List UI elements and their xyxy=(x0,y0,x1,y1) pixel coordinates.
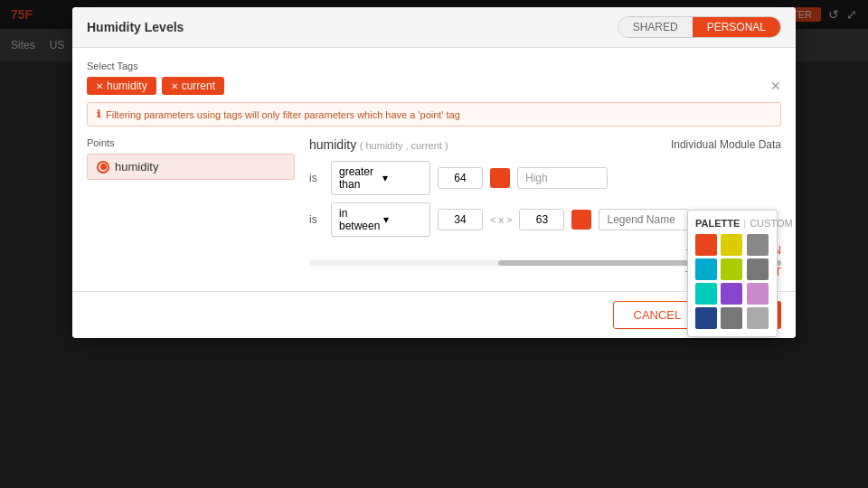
point-item-label: humidity xyxy=(115,160,158,174)
color-cell-9[interactable] xyxy=(695,307,717,329)
color-cell-6[interactable] xyxy=(695,283,717,305)
color-cell-10[interactable] xyxy=(721,307,742,329)
tag-label-humidity: humidity xyxy=(107,80,147,92)
condition-value-2a[interactable] xyxy=(438,209,483,230)
condition-value-1[interactable] xyxy=(438,167,483,189)
color-cell-1[interactable] xyxy=(721,234,742,256)
condition-operator-2-arrow: ▾ xyxy=(383,213,422,226)
condition-operator-1-label: greater than xyxy=(339,165,379,191)
color-cell-8[interactable] xyxy=(747,283,769,305)
color-cell-7[interactable] xyxy=(721,283,742,305)
condition-row-1: is greater than ▾ xyxy=(309,161,781,195)
condition-operator-2-label: in between xyxy=(339,207,380,232)
tag-remove-humidity[interactable]: ✕ xyxy=(96,81,103,91)
modal-title: Humidity Levels xyxy=(87,20,184,34)
color-cell-4[interactable] xyxy=(721,258,742,280)
condition-operator-1-arrow: ▾ xyxy=(382,172,422,184)
tag-label-current: current xyxy=(182,80,215,92)
condition-point-info: ( humidity , current ) xyxy=(360,140,448,151)
tags-label: Select Tags xyxy=(87,61,781,71)
cp-tab-custom[interactable]: CUSTOM xyxy=(750,218,792,229)
color-cell-2[interactable] xyxy=(747,234,769,256)
tags-section: Select Tags ✕ humidity ✕ current ✕ xyxy=(87,61,781,95)
tags-row: ✕ humidity ✕ current ✕ xyxy=(87,77,781,95)
legend-name-1[interactable] xyxy=(517,167,608,189)
modal-tabs: SHARED PERSONAL xyxy=(618,16,781,38)
point-radio-inner xyxy=(100,164,107,170)
main-content: Points humidity humidity ( humidity , cu… xyxy=(87,137,781,278)
cp-tab-palette[interactable]: PALETTE xyxy=(695,218,740,229)
color-picker-tabs: PALETTE | CUSTOM xyxy=(695,218,769,229)
tab-personal[interactable]: PERSONAL xyxy=(693,17,780,37)
condition-operator-2[interactable]: in between ▾ xyxy=(331,202,430,237)
tags-clear-icon[interactable]: ✕ xyxy=(770,79,781,93)
cp-divider: | xyxy=(743,218,746,229)
color-cell-3[interactable] xyxy=(695,258,717,280)
condition-is-1: is xyxy=(309,172,324,184)
condition-is-2: is xyxy=(309,213,324,226)
point-item-humidity[interactable]: humidity xyxy=(87,154,295,180)
tag-chip-humidity[interactable]: ✕ humidity xyxy=(87,77,156,95)
condition-value-2b[interactable] xyxy=(519,209,564,230)
tag-chip-current[interactable]: ✕ current xyxy=(162,77,224,95)
color-swatch-1[interactable] xyxy=(490,168,510,188)
info-bar: ℹ Filtering parameters using tags will o… xyxy=(87,102,781,127)
module-label: Individual Module Data xyxy=(671,138,781,151)
points-panel: Points humidity xyxy=(87,137,295,278)
color-swatch-2[interactable] xyxy=(571,210,591,230)
condition-between-symbol: < x > xyxy=(490,214,512,225)
condition-point-name: humidity xyxy=(309,137,356,152)
info-message: Filtering parameters using tags will onl… xyxy=(106,109,460,120)
point-radio[interactable] xyxy=(97,161,109,174)
condition-operator-1[interactable]: greater than ▾ xyxy=(331,161,430,195)
tags-input[interactable] xyxy=(230,80,765,93)
info-icon: ℹ xyxy=(97,108,100,120)
tab-shared[interactable]: SHARED xyxy=(618,17,693,37)
tag-remove-current[interactable]: ✕ xyxy=(171,81,178,91)
conditions-title: humidity ( humidity , current ) xyxy=(309,137,448,152)
color-grid xyxy=(695,234,769,329)
legend-name-2[interactable] xyxy=(599,209,689,230)
color-cell-5[interactable] xyxy=(747,258,769,280)
modal-header: Humidity Levels SHARED PERSONAL xyxy=(72,7,796,48)
conditions-header: humidity ( humidity , current ) Individu… xyxy=(309,137,781,152)
points-label: Points xyxy=(87,137,295,148)
color-cell-11[interactable] xyxy=(747,307,769,329)
color-cell-0[interactable] xyxy=(695,234,717,256)
color-picker-popup: PALETTE | CUSTOM xyxy=(687,210,778,337)
